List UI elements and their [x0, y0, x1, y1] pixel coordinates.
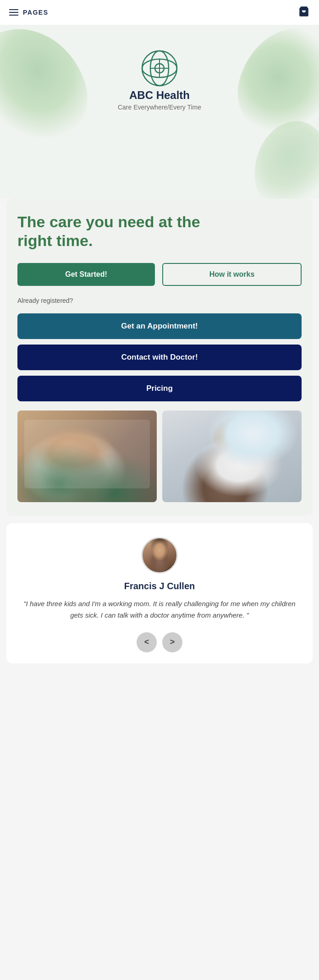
brand-tagline: Care Everywhere/Every Time [118, 104, 201, 111]
top-navigation: PAGES [0, 0, 319, 25]
patient-image [17, 411, 157, 502]
get-appointment-button[interactable]: Get an Appointment! [17, 313, 302, 339]
testimonial-navigation: < > [137, 632, 182, 652]
contact-doctor-button[interactable]: Contact with Doctor! [17, 345, 302, 370]
cart-icon[interactable] [298, 5, 310, 19]
already-registered-text: Already registered? [17, 297, 302, 304]
pricing-button[interactable]: Pricing [17, 376, 302, 401]
images-row [17, 411, 302, 502]
nav-title: PAGES [23, 9, 48, 16]
testimonial-quote: "I have three kids and I'm a working mom… [17, 598, 302, 621]
testimonial-next-button[interactable]: > [162, 632, 182, 652]
logo-container: ABC Health Care Everywhere/Every Time [118, 48, 201, 111]
avatar [141, 537, 178, 574]
get-started-button[interactable]: Get Started! [17, 263, 155, 286]
testimonial-card: Francis J Cullen "I have three kids and … [6, 523, 313, 663]
brand-logo-icon [139, 48, 180, 89]
testimonial-name: Francis J Cullen [124, 581, 195, 591]
hero-headline: The care you need at the right time. [17, 213, 302, 250]
how-it-works-button[interactable]: How it works [162, 263, 302, 286]
main-card: The care you need at the right time. Get… [6, 199, 313, 516]
doctor-image [162, 411, 302, 502]
nav-left: PAGES [9, 9, 48, 16]
hamburger-menu-icon[interactable] [9, 9, 18, 16]
decorative-leaf-left [0, 25, 100, 158]
brand-name: ABC Health [129, 89, 190, 102]
hero-section: ABC Health Care Everywhere/Every Time [0, 25, 319, 199]
cta-buttons-row: Get Started! How it works [17, 263, 302, 286]
testimonial-prev-button[interactable]: < [137, 632, 157, 652]
